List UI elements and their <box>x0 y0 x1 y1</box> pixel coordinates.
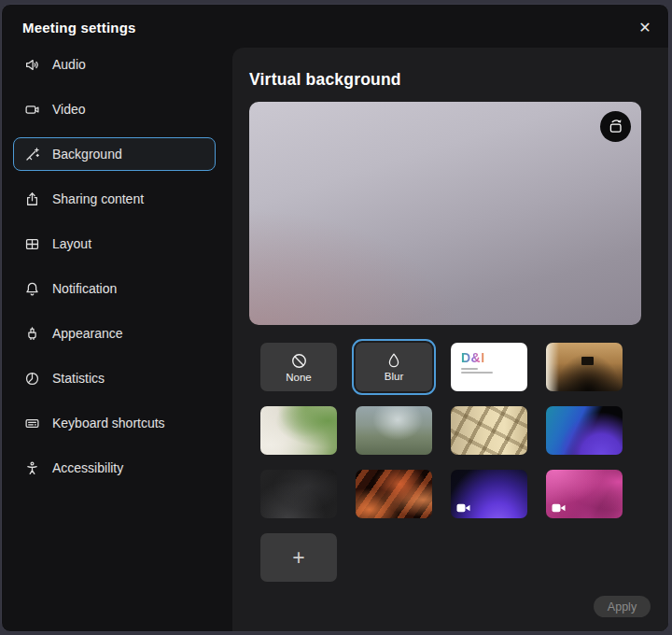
sidebar-item-sharing-content[interactable]: Sharing content <box>13 182 216 216</box>
video-camera-icon <box>24 102 40 118</box>
paintbrush-icon <box>24 326 40 342</box>
flip-camera-button[interactable] <box>600 111 631 142</box>
sidebar-item-audio[interactable]: Audio <box>13 48 216 81</box>
droplet-icon <box>385 352 402 369</box>
share-icon <box>24 191 40 207</box>
background-option-pink-waves-video[interactable] <box>546 470 623 518</box>
sidebar-item-label: Layout <box>52 236 91 251</box>
background-option-lava-texture[interactable] <box>356 470 432 518</box>
sidebar-item-label: Notification <box>52 281 117 296</box>
sidebar-item-video[interactable]: Video <box>13 92 216 126</box>
flip-camera-icon <box>606 117 625 136</box>
prohibit-icon <box>290 352 308 370</box>
sidebar-item-label: Background <box>52 147 122 162</box>
d-and-i-tagline <box>461 368 493 374</box>
keyboard-icon <box>24 416 40 431</box>
video-camera-badge-icon <box>552 503 566 513</box>
background-option-blurred-landscape[interactable] <box>356 406 432 455</box>
sidebar-item-label: Accessibility <box>52 460 123 475</box>
background-option-abstract-blue-purple[interactable] <box>546 406 623 455</box>
magic-wand-icon <box>24 147 40 162</box>
background-option-living-room[interactable] <box>260 406 337 455</box>
sidebar-item-background[interactable]: Background <box>13 137 216 171</box>
option-label: None <box>286 372 312 383</box>
sidebar-item-accessibility[interactable]: Accessibility <box>13 451 216 485</box>
d-and-i-logo: D&I <box>461 351 485 364</box>
sidebar-item-label: Audio <box>52 57 86 72</box>
apply-button[interactable]: Apply <box>594 596 651 617</box>
video-camera-badge-icon <box>456 503 470 513</box>
sidebar-item-appearance[interactable]: Appearance <box>13 317 216 350</box>
sidebar-item-label: Video <box>52 102 86 117</box>
sidebar-item-label: Keyboard shortcuts <box>52 416 165 430</box>
background-option-blur[interactable]: Blur <box>356 343 432 391</box>
background-option-office-interior[interactable] <box>546 343 623 391</box>
page-title: Virtual background <box>249 70 401 90</box>
speaker-icon <box>24 57 40 73</box>
camera-preview <box>249 102 641 325</box>
background-option-dark-waves[interactable] <box>260 470 337 518</box>
window-title: Meeting settings <box>22 20 136 35</box>
pie-chart-icon <box>24 371 40 387</box>
grid-icon <box>24 236 40 252</box>
sidebar-item-label: Appearance <box>52 326 123 341</box>
add-background-button[interactable]: + <box>260 533 337 582</box>
background-option-d-and-i-logo[interactable]: D&I <box>451 343 527 391</box>
meeting-settings-dialog: Meeting settings ✕ Audio Video <box>1 4 669 632</box>
bell-icon <box>24 281 40 297</box>
background-option-purple-glow-video[interactable] <box>451 470 527 518</box>
sidebar-item-layout[interactable]: Layout <box>13 227 216 261</box>
settings-sidebar: Audio Video Background <box>2 48 232 631</box>
office-tv-screen <box>581 357 594 365</box>
background-option-window-light[interactable] <box>451 406 527 455</box>
virtual-background-panel: Virtual background None <box>232 48 668 631</box>
sidebar-item-statistics[interactable]: Statistics <box>13 361 216 395</box>
close-icon[interactable]: ✕ <box>633 16 657 40</box>
background-options-grid: None Blur D&I <box>260 343 623 518</box>
sidebar-item-label: Statistics <box>52 371 105 386</box>
background-option-none[interactable]: None <box>260 343 337 391</box>
sidebar-item-label: Sharing content <box>52 191 144 206</box>
accessibility-icon <box>24 460 40 476</box>
option-label: Blur <box>385 371 403 382</box>
sidebar-item-keyboard-shortcuts[interactable]: Keyboard shortcuts <box>13 406 216 440</box>
sidebar-item-notification[interactable]: Notification <box>13 272 216 305</box>
